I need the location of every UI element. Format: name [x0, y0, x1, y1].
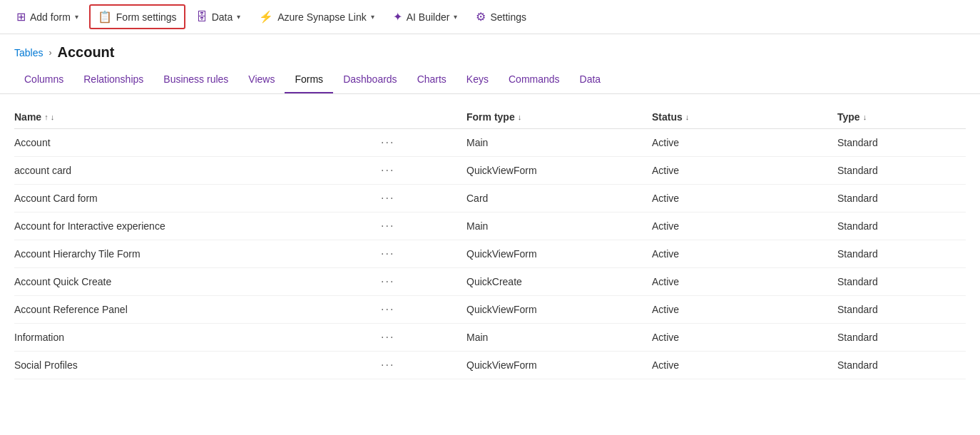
row-type-5: Standard — [837, 276, 966, 287]
tab-relationships[interactable]: Relationships — [73, 66, 153, 93]
table-row: Account Reference Panel···QuickViewFormA… — [14, 296, 966, 324]
add-form-icon: ⊞ — [16, 10, 26, 24]
sort-icon-status: ↓ — [685, 113, 690, 121]
tab-keys[interactable]: Keys — [456, 66, 499, 93]
row-status-0: Active — [652, 137, 837, 148]
tab-forms[interactable]: Forms — [285, 66, 333, 93]
row-status-8: Active — [652, 359, 837, 371]
row-formtype-5: QuickCreate — [466, 276, 652, 287]
breadcrumb-separator: › — [49, 48, 51, 58]
row-formtype-6: QuickViewForm — [466, 304, 652, 315]
row-more-options-1[interactable]: ··· — [381, 164, 466, 177]
add-form-label: Add form — [30, 11, 71, 23]
tab-data[interactable]: Data — [570, 66, 611, 93]
row-more-options-7[interactable]: ··· — [381, 331, 466, 344]
col-header-name[interactable]: Name ↑ ↓ — [14, 111, 381, 123]
form-settings-label: Form settings — [116, 11, 177, 23]
row-status-1: Active — [652, 165, 837, 176]
sort-icon-formtype: ↓ — [518, 113, 522, 121]
settings-label: Settings — [490, 11, 526, 23]
azure-synapse-icon: ⚡ — [259, 10, 273, 24]
row-formtype-8: QuickViewForm — [466, 359, 652, 371]
col-header-status[interactable]: Status ↓ — [652, 111, 837, 123]
row-status-5: Active — [652, 276, 837, 287]
tab-charts[interactable]: Charts — [407, 66, 456, 93]
row-status-2: Active — [652, 193, 837, 204]
row-name-1[interactable]: account card — [14, 165, 381, 176]
row-more-options-8[interactable]: ··· — [381, 359, 466, 372]
row-formtype-2: Card — [466, 193, 652, 204]
breadcrumb: Tables › Account — [0, 34, 980, 66]
row-name-2[interactable]: Account Card form — [14, 193, 381, 204]
row-type-2: Standard — [837, 193, 966, 204]
row-name-5[interactable]: Account Quick Create — [14, 276, 381, 287]
row-type-3: Standard — [837, 220, 966, 232]
row-more-options-3[interactable]: ··· — [381, 220, 466, 232]
row-type-4: Standard — [837, 248, 966, 260]
row-name-4[interactable]: Account Hierarchy Tile Form — [14, 248, 381, 260]
col-header-type[interactable]: Type ↓ — [837, 111, 966, 123]
settings-icon: ⚙ — [476, 10, 486, 24]
row-type-6: Standard — [837, 304, 966, 315]
tab-views[interactable]: Views — [238, 66, 285, 93]
sort-icon-name: ↑ ↓ — [44, 113, 54, 121]
ai-builder-button[interactable]: ✦AI Builder▾ — [385, 5, 466, 29]
add-form-chevron-icon: ▾ — [75, 13, 78, 21]
ai-builder-label: AI Builder — [407, 11, 450, 23]
row-name-0[interactable]: Account — [14, 137, 381, 148]
row-formtype-3: Main — [466, 220, 652, 232]
form-settings-button[interactable]: 📋Form settings — [89, 4, 185, 29]
col-header-formtype[interactable]: Form type ↓ — [466, 111, 652, 123]
tab-columns[interactable]: Columns — [14, 66, 73, 93]
form-settings-icon: 📋 — [98, 10, 112, 24]
table-row: Account···MainActiveStandard — [14, 129, 966, 157]
row-more-options-6[interactable]: ··· — [381, 303, 466, 316]
col-header-dots — [381, 111, 466, 123]
row-name-6[interactable]: Account Reference Panel — [14, 304, 381, 315]
tab-dashboards[interactable]: Dashboards — [333, 66, 407, 93]
row-more-options-2[interactable]: ··· — [381, 192, 466, 205]
table-row: Social Profiles···QuickViewFormActiveSta… — [14, 352, 966, 379]
add-form-button[interactable]: ⊞Add form▾ — [9, 5, 86, 29]
row-formtype-0: Main — [466, 137, 652, 148]
data-chevron-icon: ▾ — [237, 13, 240, 21]
row-more-options-5[interactable]: ··· — [381, 275, 466, 288]
table-row: Account for Interactive experience···Mai… — [14, 213, 966, 240]
data-button[interactable]: 🗄Data▾ — [188, 6, 249, 29]
data-label: Data — [212, 11, 233, 23]
table-row: Account Quick Create···QuickCreateActive… — [14, 268, 966, 296]
table-row: Information···MainActiveStandard — [14, 324, 966, 352]
data-icon: 🗄 — [196, 11, 208, 24]
tab-commands[interactable]: Commands — [499, 66, 570, 93]
row-formtype-1: QuickViewForm — [466, 165, 652, 176]
row-type-0: Standard — [837, 137, 966, 148]
row-formtype-4: QuickViewForm — [466, 248, 652, 260]
row-type-1: Standard — [837, 165, 966, 176]
table-row: account card···QuickViewFormActiveStanda… — [14, 157, 966, 185]
row-status-3: Active — [652, 220, 837, 232]
row-status-6: Active — [652, 304, 837, 315]
settings-button[interactable]: ⚙Settings — [468, 5, 534, 29]
table-row: Account Card form···CardActiveStandard — [14, 185, 966, 213]
azure-synapse-button[interactable]: ⚡Azure Synapse Link▾ — [251, 5, 382, 29]
table-header: Name ↑ ↓ Form type ↓ Status ↓ Type ↓ — [14, 106, 966, 129]
table-row: Account Hierarchy Tile Form···QuickViewF… — [14, 240, 966, 268]
row-more-options-4[interactable]: ··· — [381, 247, 466, 260]
tab-business-rules[interactable]: Business rules — [153, 66, 238, 93]
ai-builder-icon: ✦ — [393, 10, 402, 24]
row-name-3[interactable]: Account for Interactive experience — [14, 220, 381, 232]
row-status-4: Active — [652, 248, 837, 260]
toolbar: ⊞Add form▾📋Form settings🗄Data▾⚡Azure Syn… — [0, 0, 980, 34]
row-formtype-7: Main — [466, 332, 652, 343]
row-status-7: Active — [652, 332, 837, 343]
row-type-7: Standard — [837, 332, 966, 343]
breadcrumb-current: Account — [57, 44, 114, 61]
sort-icon-type: ↓ — [863, 113, 867, 121]
row-more-options-0[interactable]: ··· — [381, 136, 466, 149]
row-name-8[interactable]: Social Profiles — [14, 359, 381, 371]
row-name-7[interactable]: Information — [14, 332, 381, 343]
azure-synapse-label: Azure Synapse Link — [277, 11, 367, 23]
row-type-8: Standard — [837, 359, 966, 371]
ai-builder-chevron-icon: ▾ — [454, 13, 457, 21]
breadcrumb-tables-link[interactable]: Tables — [14, 47, 43, 58]
